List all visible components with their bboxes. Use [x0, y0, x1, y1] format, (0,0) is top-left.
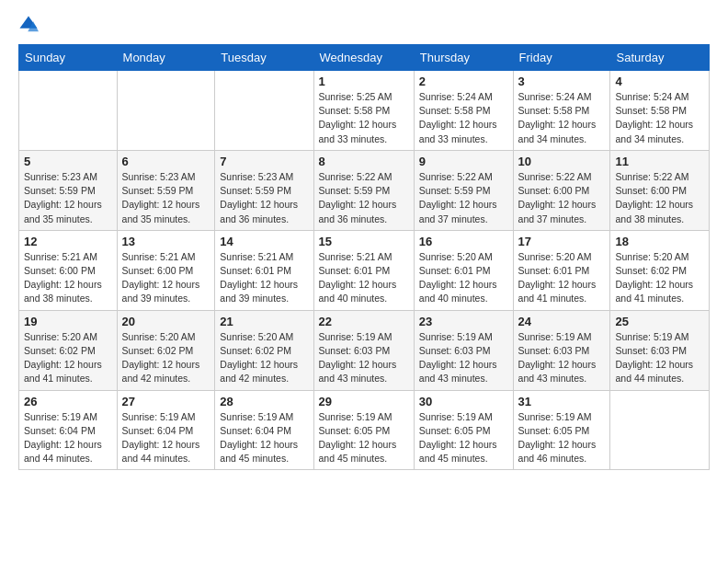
weekday-header-row: SundayMondayTuesdayWednesdayThursdayFrid…: [19, 45, 710, 71]
day-cell: 23Sunrise: 5:19 AM Sunset: 6:03 PM Dayli…: [414, 310, 513, 390]
day-number: 13: [122, 235, 210, 248]
week-row-1: 1Sunrise: 5:25 AM Sunset: 5:58 PM Daylig…: [19, 71, 710, 151]
day-info: Sunrise: 5:20 AM Sunset: 6:02 PM Dayligh…: [122, 330, 210, 386]
day-number: 31: [518, 395, 606, 408]
day-cell: 28Sunrise: 5:19 AM Sunset: 6:04 PM Dayli…: [215, 390, 313, 470]
weekday-header-sunday: Sunday: [19, 45, 118, 71]
day-cell: 10Sunrise: 5:22 AM Sunset: 6:00 PM Dayli…: [513, 150, 610, 230]
day-cell: 20Sunrise: 5:20 AM Sunset: 6:02 PM Dayli…: [117, 310, 215, 390]
day-cell: 29Sunrise: 5:19 AM Sunset: 6:05 PM Dayli…: [313, 390, 414, 470]
day-number: 9: [419, 155, 508, 168]
weekday-header-friday: Friday: [513, 45, 610, 71]
day-info: Sunrise: 5:19 AM Sunset: 6:04 PM Dayligh…: [220, 410, 308, 466]
day-cell: 22Sunrise: 5:19 AM Sunset: 6:03 PM Dayli…: [313, 310, 414, 390]
day-info: Sunrise: 5:19 AM Sunset: 6:03 PM Dayligh…: [319, 330, 409, 386]
day-info: Sunrise: 5:19 AM Sunset: 6:03 PM Dayligh…: [615, 330, 704, 386]
day-cell: 8Sunrise: 5:22 AM Sunset: 5:59 PM Daylig…: [313, 150, 414, 230]
day-number: 17: [518, 235, 606, 248]
day-cell: 3Sunrise: 5:24 AM Sunset: 5:58 PM Daylig…: [513, 71, 610, 151]
day-number: 16: [419, 235, 508, 248]
day-cell: 21Sunrise: 5:20 AM Sunset: 6:02 PM Dayli…: [215, 310, 313, 390]
day-info: Sunrise: 5:19 AM Sunset: 6:05 PM Dayligh…: [319, 410, 409, 466]
day-info: Sunrise: 5:24 AM Sunset: 5:58 PM Dayligh…: [615, 90, 704, 146]
day-info: Sunrise: 5:22 AM Sunset: 5:59 PM Dayligh…: [419, 170, 508, 226]
day-cell: 19Sunrise: 5:20 AM Sunset: 6:02 PM Dayli…: [19, 310, 118, 390]
day-number: 23: [419, 315, 508, 328]
day-info: Sunrise: 5:20 AM Sunset: 6:01 PM Dayligh…: [419, 250, 508, 306]
day-cell: 6Sunrise: 5:23 AM Sunset: 5:59 PM Daylig…: [117, 150, 215, 230]
day-number: 12: [24, 235, 112, 248]
day-info: Sunrise: 5:19 AM Sunset: 6:05 PM Dayligh…: [518, 410, 606, 466]
day-info: Sunrise: 5:20 AM Sunset: 6:01 PM Dayligh…: [518, 250, 606, 306]
day-number: 18: [615, 235, 704, 248]
day-number: 14: [220, 235, 308, 248]
weekday-header-monday: Monday: [117, 45, 215, 71]
day-info: Sunrise: 5:21 AM Sunset: 6:00 PM Dayligh…: [122, 250, 210, 306]
day-info: Sunrise: 5:25 AM Sunset: 5:58 PM Dayligh…: [319, 90, 409, 146]
day-cell: 17Sunrise: 5:20 AM Sunset: 6:01 PM Dayli…: [513, 230, 610, 310]
day-cell: [19, 71, 118, 151]
day-number: 1: [319, 75, 409, 88]
day-number: 30: [419, 395, 508, 408]
day-number: 27: [122, 395, 210, 408]
day-cell: 1Sunrise: 5:25 AM Sunset: 5:58 PM Daylig…: [313, 71, 414, 151]
day-number: 29: [319, 395, 409, 408]
week-row-3: 12Sunrise: 5:21 AM Sunset: 6:00 PM Dayli…: [19, 230, 710, 310]
day-number: 2: [419, 75, 508, 88]
day-cell: [610, 390, 710, 470]
day-info: Sunrise: 5:19 AM Sunset: 6:04 PM Dayligh…: [122, 410, 210, 466]
weekday-header-thursday: Thursday: [414, 45, 513, 71]
day-cell: 14Sunrise: 5:21 AM Sunset: 6:01 PM Dayli…: [215, 230, 313, 310]
calendar-table: SundayMondayTuesdayWednesdayThursdayFrid…: [18, 44, 710, 470]
day-cell: 24Sunrise: 5:19 AM Sunset: 6:03 PM Dayli…: [513, 310, 610, 390]
day-number: 5: [24, 155, 112, 168]
day-cell: 31Sunrise: 5:19 AM Sunset: 6:05 PM Dayli…: [513, 390, 610, 470]
day-cell: 13Sunrise: 5:21 AM Sunset: 6:00 PM Dayli…: [117, 230, 215, 310]
week-row-2: 5Sunrise: 5:23 AM Sunset: 5:59 PM Daylig…: [19, 150, 710, 230]
weekday-header-saturday: Saturday: [610, 45, 710, 71]
day-cell: 5Sunrise: 5:23 AM Sunset: 5:59 PM Daylig…: [19, 150, 118, 230]
day-info: Sunrise: 5:19 AM Sunset: 6:04 PM Dayligh…: [24, 410, 112, 466]
day-cell: [117, 71, 215, 151]
day-cell: 7Sunrise: 5:23 AM Sunset: 5:59 PM Daylig…: [215, 150, 313, 230]
day-cell: 27Sunrise: 5:19 AM Sunset: 6:04 PM Dayli…: [117, 390, 215, 470]
day-cell: 16Sunrise: 5:20 AM Sunset: 6:01 PM Dayli…: [414, 230, 513, 310]
weekday-header-wednesday: Wednesday: [313, 45, 414, 71]
day-number: 7: [220, 155, 308, 168]
day-info: Sunrise: 5:19 AM Sunset: 6:03 PM Dayligh…: [518, 330, 606, 386]
day-cell: 9Sunrise: 5:22 AM Sunset: 5:59 PM Daylig…: [414, 150, 513, 230]
day-info: Sunrise: 5:23 AM Sunset: 5:59 PM Dayligh…: [220, 170, 308, 226]
day-cell: 12Sunrise: 5:21 AM Sunset: 6:00 PM Dayli…: [19, 230, 118, 310]
day-number: 22: [319, 315, 409, 328]
day-cell: 26Sunrise: 5:19 AM Sunset: 6:04 PM Dayli…: [19, 390, 118, 470]
day-number: 3: [518, 75, 606, 88]
day-number: 20: [122, 315, 210, 328]
day-number: 4: [615, 75, 704, 88]
day-info: Sunrise: 5:19 AM Sunset: 6:03 PM Dayligh…: [419, 330, 508, 386]
weekday-header-tuesday: Tuesday: [215, 45, 313, 71]
day-number: 6: [122, 155, 210, 168]
day-info: Sunrise: 5:22 AM Sunset: 6:00 PM Dayligh…: [518, 170, 606, 226]
day-cell: 25Sunrise: 5:19 AM Sunset: 6:03 PM Dayli…: [610, 310, 710, 390]
day-cell: [215, 71, 313, 151]
day-number: 28: [220, 395, 308, 408]
logo: [18, 15, 42, 35]
week-row-4: 19Sunrise: 5:20 AM Sunset: 6:02 PM Dayli…: [19, 310, 710, 390]
day-info: Sunrise: 5:24 AM Sunset: 5:58 PM Dayligh…: [518, 90, 606, 146]
day-number: 24: [518, 315, 606, 328]
day-cell: 18Sunrise: 5:20 AM Sunset: 6:02 PM Dayli…: [610, 230, 710, 310]
day-info: Sunrise: 5:24 AM Sunset: 5:58 PM Dayligh…: [419, 90, 508, 146]
day-info: Sunrise: 5:19 AM Sunset: 6:05 PM Dayligh…: [419, 410, 508, 466]
day-number: 15: [319, 235, 409, 248]
day-cell: 15Sunrise: 5:21 AM Sunset: 6:01 PM Dayli…: [313, 230, 414, 310]
day-number: 19: [24, 315, 112, 328]
day-number: 8: [319, 155, 409, 168]
day-info: Sunrise: 5:22 AM Sunset: 5:59 PM Dayligh…: [319, 170, 409, 226]
day-info: Sunrise: 5:21 AM Sunset: 6:01 PM Dayligh…: [319, 250, 409, 306]
header: [18, 15, 710, 35]
day-info: Sunrise: 5:23 AM Sunset: 5:59 PM Dayligh…: [122, 170, 210, 226]
day-cell: 4Sunrise: 5:24 AM Sunset: 5:58 PM Daylig…: [610, 71, 710, 151]
day-number: 26: [24, 395, 112, 408]
day-cell: 30Sunrise: 5:19 AM Sunset: 6:05 PM Dayli…: [414, 390, 513, 470]
day-number: 11: [615, 155, 704, 168]
